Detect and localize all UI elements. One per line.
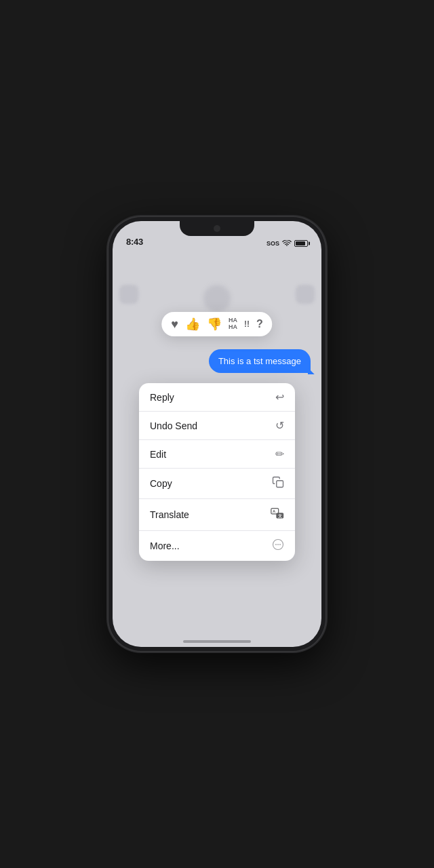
menu-item-reply[interactable]: Reply ↩ [139,383,295,412]
menu-item-translate[interactable]: Translate A 文 [139,499,295,531]
svg-rect-0 [277,481,283,488]
reaction-thumbup[interactable]: 👍 [185,318,200,330]
status-icons: SOS [267,240,308,247]
battery-icon [294,240,308,247]
menu-item-edit[interactable]: Edit ✏ [139,440,295,469]
svg-point-7 [277,544,279,545]
notch [180,221,254,236]
bg-element-center [203,285,231,312]
svg-point-8 [279,544,281,545]
status-time: 8:43 [126,237,143,247]
undo-send-icon: ↺ [275,419,284,432]
wifi-icon [282,240,292,247]
reaction-thumbdown[interactable]: 👎 [207,318,222,330]
edit-icon: ✏ [275,448,284,460]
bubble-tail [308,368,315,374]
translate-icon: A 文 [271,507,284,523]
bg-element-left [119,285,138,304]
home-indicator [183,640,251,643]
phone-frame: 8:43 SOS ♥ � [108,217,326,651]
more-icon [272,538,284,553]
message-bubble-wrapper: This is a tst message [209,349,311,373]
menu-item-more[interactable]: More... [139,531,295,561]
sos-indicator: SOS [267,240,279,247]
copy-icon [272,476,284,491]
reaction-question[interactable]: ? [256,319,263,330]
menu-item-copy-label: Copy [150,478,172,489]
menu-item-undo-send[interactable]: Undo Send ↺ [139,412,295,440]
svg-text:文: 文 [278,513,282,518]
menu-item-undo-send-label: Undo Send [150,420,197,431]
content-area: ♥ 👍 👎 HAHA !! ? This is a tst message Re… [113,251,321,647]
menu-item-copy[interactable]: Copy [139,469,295,499]
phone-screen: 8:43 SOS ♥ � [113,221,321,647]
reaction-haha[interactable]: HAHA [229,317,237,331]
reaction-exclaim[interactable]: !! [244,320,250,328]
svg-point-6 [275,544,277,545]
reply-icon: ↩ [275,391,284,403]
menu-item-edit-label: Edit [150,449,166,460]
message-text: This is a tst message [218,356,301,366]
message-bubble: This is a tst message [209,349,311,373]
camera [214,225,220,232]
menu-item-more-label: More... [150,540,180,551]
reaction-heart[interactable]: ♥ [171,318,178,330]
context-menu: Reply ↩ Undo Send ↺ Edit ✏ Copy [139,383,295,561]
reaction-bar[interactable]: ♥ 👍 👎 HAHA !! ? [161,312,272,336]
menu-item-translate-label: Translate [150,509,189,520]
menu-item-reply-label: Reply [150,392,174,403]
bg-element-right [296,285,315,304]
